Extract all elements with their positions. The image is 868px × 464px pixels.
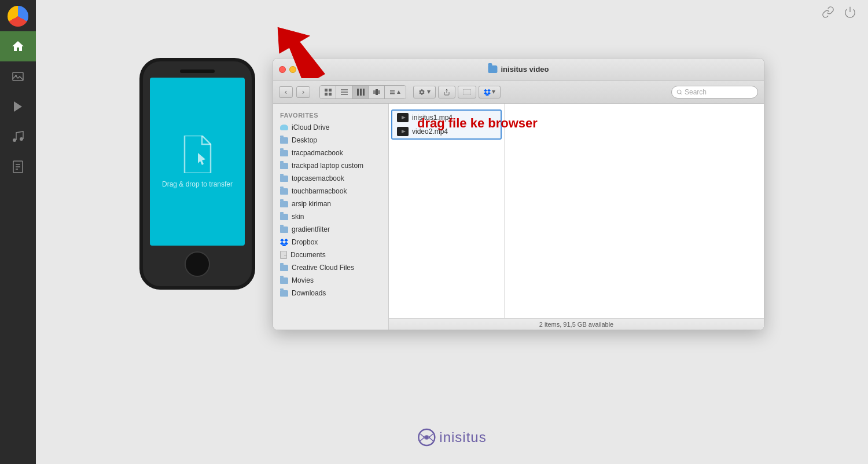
svg-rect-24 [376,89,378,95]
main-content: Drag & drop to transfer drag file ke bro… [36,0,868,464]
svg-marker-33 [492,90,495,94]
svg-line-42 [429,434,433,437]
tag-button[interactable] [458,86,476,98]
svg-rect-26 [390,90,395,91]
sidebar-item-touchbarmacbook[interactable]: touchbarmacbook [273,185,388,198]
svg-rect-28 [390,93,395,94]
svg-point-4 [13,138,16,142]
iphone-screen: Drag & drop to transfer [150,78,245,246]
svg-line-35 [681,93,682,94]
finder-window: inisitus video ‹ › [273,58,764,330]
sidebar-item-gradientfilter[interactable]: gradientfilter [273,223,388,236]
search-placeholder: Search [685,88,707,96]
svg-point-5 [20,137,23,141]
folder-icon [280,176,288,182]
power-icon[interactable] [844,6,856,21]
svg-rect-27 [390,92,395,93]
iphone-home-button [185,251,210,277]
svg-marker-12 [198,153,205,165]
sidebar-item-dropbox[interactable]: Dropbox [273,236,388,249]
sidebar-item-arsip[interactable]: arsip kiriman [273,198,388,210]
creative-cloud-label: Creative Cloud Files [292,264,354,272]
svg-marker-11 [273,16,330,78]
svg-rect-16 [329,93,332,96]
link-icon[interactable] [822,6,834,21]
sidebar-item-creative-cloud[interactable]: Creative Cloud Files [273,261,388,274]
svg-rect-25 [378,90,380,94]
svg-line-40 [420,434,424,437]
svg-point-0 [13,11,23,21]
drag-annotation-text: drag file ke browser [417,116,538,131]
sidebar-item-movies[interactable]: Movies [273,274,388,287]
video-thumb-2 [397,127,409,136]
iphone-device: Drag & drop to transfer [139,58,255,290]
icon-view-button[interactable] [320,86,336,98]
arrange-button[interactable] [385,86,406,98]
sidebar-item-video[interactable] [0,92,36,122]
sidebar-item-downloads[interactable]: Downloads [273,287,388,299]
folder-icon [280,150,288,156]
finder-preview-area [505,104,764,318]
logo-text: inisitus [439,429,486,445]
svg-rect-21 [360,89,362,96]
folder-icon [280,226,288,233]
folder-icon [280,265,288,271]
sidebar-item-skin[interactable]: skin [273,210,388,223]
svg-rect-1 [13,72,23,81]
finder-window-title: inisitus video [501,65,549,74]
avatar[interactable] [8,6,28,27]
folder-title-icon [488,65,497,73]
back-button[interactable]: ‹ [279,86,293,98]
sidebar-item-desktop[interactable]: Desktop [273,134,388,147]
gear-action-button[interactable] [413,86,436,98]
svg-line-43 [429,437,433,441]
dropbox-button[interactable] [479,86,501,98]
view-mode-buttons [319,85,406,99]
svg-rect-15 [325,93,328,96]
sidebar-item-music[interactable] [0,122,36,152]
forward-button[interactable]: › [296,86,310,98]
finder-file-area: inisitus1.mp4 video2.mp4 [389,104,764,318]
svg-rect-14 [329,89,332,92]
dropbox-icon [280,238,288,246]
file-icon [180,134,215,175]
share-button[interactable] [438,86,455,98]
sidebar-item-topcasemacbook[interactable]: topcasemacbook [273,172,388,185]
docs-icon [280,251,287,259]
folder-icon [280,290,288,297]
sidebar-item-photos[interactable] [0,61,36,92]
action-buttons [413,86,501,98]
sidebar-item-tracpadmacbook[interactable]: tracpadmacbook [273,147,388,159]
svg-marker-36 [402,116,406,119]
finder-body: Favorites iCloud Drive Desktop tracpadma… [273,104,764,330]
cover-flow-button[interactable] [369,86,385,98]
iphone-speaker [180,70,215,73]
svg-rect-32 [463,89,471,95]
svg-rect-23 [373,90,376,94]
sidebar-item-documents[interactable]: Documents [273,249,388,261]
sidebar-item-icloud[interactable]: iCloud Drive [273,121,388,134]
finder-title: inisitus video [488,65,549,74]
folder-icon [280,188,288,195]
column-view-button[interactable] [352,86,369,98]
finder-file-content: inisitus1.mp4 video2.mp4 [389,104,764,330]
sidebar-section-favorites: Favorites [273,109,388,121]
sidebar-item-documents[interactable] [0,152,36,182]
cloud-icon [280,125,288,130]
folder-icon [280,163,288,169]
sidebar-item-home[interactable] [0,31,36,61]
arrow-annotation [273,3,354,72]
svg-marker-30 [427,90,431,94]
folder-icon [280,214,288,220]
sidebar-item-trackpad-laptop[interactable]: trackpad laptop custom [273,159,388,172]
folder-icon [280,137,288,144]
search-input[interactable]: Search [671,86,758,98]
list-view-button[interactable] [336,86,352,98]
svg-point-34 [677,90,681,94]
logo-icon [417,428,436,447]
top-right-actions [822,6,856,21]
finder-status-bar: 2 items, 91,5 GB available [389,318,764,330]
app-sidebar [0,0,36,464]
svg-rect-20 [357,89,359,96]
finder-toolbar: ‹ › [273,81,764,104]
